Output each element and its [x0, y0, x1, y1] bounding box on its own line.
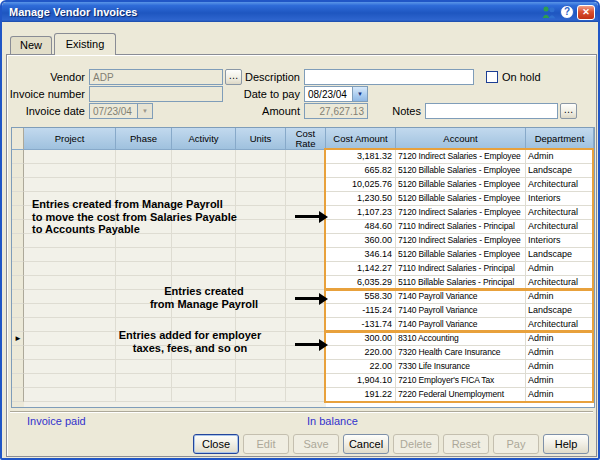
- grid-row-7[interactable]: 360.007120 Indirect Salaries - EmployeeI…: [12, 234, 594, 248]
- account-cell: 7120 Indirect Salaries - Employee: [396, 206, 526, 220]
- account-cell: 7110 Indirect Salaries - Principal: [396, 220, 526, 234]
- cost-amount-cell: -131.74: [326, 318, 396, 332]
- activity-cell: [172, 360, 236, 374]
- department-cell: Admin: [526, 374, 594, 388]
- project-cell: [24, 346, 116, 360]
- help-button[interactable]: Help: [543, 434, 589, 454]
- existing-tab-page: Vendor ADP … Description On hold Invoice…: [6, 54, 597, 457]
- units-cell: [236, 234, 286, 248]
- cost-amount-cell: 558.30: [326, 290, 396, 304]
- account-cell: 7320 Health Care Insurance: [396, 346, 526, 360]
- units-cell: [236, 178, 286, 192]
- invoice-date-label: Invoice date: [7, 105, 85, 117]
- balance-status: In balance: [307, 415, 358, 427]
- column-header-department: Department: [526, 128, 594, 150]
- column-header-account: Account: [396, 128, 526, 150]
- department-cell: Architectural: [526, 178, 594, 192]
- cost-rate-cell: [286, 178, 326, 192]
- cost-rate-cell: [286, 234, 326, 248]
- pay-button[interactable]: Pay: [493, 434, 539, 454]
- annotation-arrow-2: [295, 297, 320, 300]
- close-icon[interactable]: ✕: [577, 5, 595, 20]
- row-selector-cell: [12, 248, 24, 262]
- cancel-button[interactable]: Cancel: [343, 434, 389, 454]
- grid-row-2[interactable]: 665.825120 Billable Salaries - EmployeeL…: [12, 164, 594, 178]
- delete-button[interactable]: Delete: [393, 434, 439, 454]
- amount-label: Amount: [190, 105, 300, 117]
- grid-row-8[interactable]: 346.145120 Billable Salaries - EmployeeL…: [12, 248, 594, 262]
- phase-cell: [116, 164, 172, 178]
- project-cell: [24, 234, 116, 248]
- project-cell: [24, 262, 116, 276]
- notes-browse-button[interactable]: …: [560, 103, 577, 119]
- annotation-arrow-3: [295, 343, 320, 346]
- help-icon[interactable]: ?: [560, 5, 574, 19]
- department-cell: Admin: [526, 290, 594, 304]
- grid-row-17[interactable]: 1,904.107210 Employer's FICA TaxAdmin: [12, 374, 594, 388]
- phase-cell: [116, 234, 172, 248]
- row-selector-cell: [12, 206, 24, 220]
- invoice-date-combo: 07/23/04 ▼: [89, 103, 153, 119]
- grid-row-18[interactable]: 191.227220 Federal UnemploymentAdmin: [12, 388, 594, 402]
- department-cell: Architectural: [526, 206, 594, 220]
- column-header-phase: Phase: [116, 128, 172, 150]
- description-field[interactable]: [304, 69, 474, 85]
- cost-amount-cell: 1,904.10: [326, 374, 396, 388]
- project-cell: [24, 276, 116, 290]
- grid-row-12[interactable]: -115.247140 Payroll VarianceLandscape: [12, 304, 594, 318]
- people-icon[interactable]: [541, 5, 557, 19]
- date-to-pay-combo[interactable]: 08/23/04 ▼: [304, 86, 368, 102]
- tab-existing[interactable]: Existing: [54, 33, 116, 55]
- cost-rate-cell: [286, 262, 326, 276]
- close-button[interactable]: Close: [193, 434, 239, 454]
- grid-row-9[interactable]: 1,142.277110 Indirect Salaries - Princip…: [12, 262, 594, 276]
- grid-row-13[interactable]: -131.747140 Payroll VarianceArchitectura…: [12, 318, 594, 332]
- units-cell: [236, 164, 286, 178]
- cost-amount-cell: 22.00: [326, 360, 396, 374]
- department-cell: Architectural: [526, 276, 594, 290]
- button-row: CloseEditSaveCancelDeleteResetPayHelp: [7, 434, 596, 456]
- project-cell: [24, 164, 116, 178]
- activity-cell: [172, 234, 236, 248]
- project-cell: [24, 150, 116, 164]
- row-selector-cell: [12, 374, 24, 388]
- row-selector-cell: [12, 178, 24, 192]
- annotation-payroll-cost-move: Entries created from Manage Payroll to m…: [32, 198, 297, 236]
- cost-rate-cell: [286, 374, 326, 388]
- grid-header: ProjectPhaseActivityUnitsCost RateCost A…: [12, 128, 594, 150]
- cost-amount-cell: 300.00: [326, 332, 396, 346]
- row-selector-arrow: ►: [14, 334, 24, 343]
- activity-cell: [172, 262, 236, 276]
- account-cell: 5120 Billable Salaries - Employee: [396, 248, 526, 262]
- tab-new[interactable]: New: [10, 36, 52, 54]
- grid-row-3[interactable]: 10,025.765120 Billable Salaries - Employ…: [12, 178, 594, 192]
- title-bar[interactable]: Manage Vendor Invoices ? ✕: [2, 2, 598, 22]
- notes-label: Notes: [359, 105, 421, 117]
- cost-amount-cell: 6,035.29: [326, 276, 396, 290]
- activity-cell: [172, 150, 236, 164]
- account-cell: 7110 Indirect Salaries - Principal: [396, 262, 526, 276]
- save-button[interactable]: Save: [293, 434, 339, 454]
- invoice-grid: ProjectPhaseActivityUnitsCost RateCost A…: [11, 127, 595, 408]
- edit-button[interactable]: Edit: [243, 434, 289, 454]
- annotation-employer-taxes: Entries added for employer taxes, fees, …: [104, 329, 276, 354]
- chevron-down-icon: ▼: [137, 104, 152, 118]
- grid-row-15[interactable]: 220.007320 Health Care InsuranceAdmin: [12, 346, 594, 360]
- on-hold-checkbox[interactable]: [486, 71, 498, 83]
- chevron-down-icon[interactable]: ▼: [352, 87, 367, 101]
- phase-cell: [116, 248, 172, 262]
- grid-row-16[interactable]: 22.007330 Life InsuranceAdmin: [12, 360, 594, 374]
- row-selector-cell: [12, 290, 24, 304]
- account-cell: 7330 Life Insurance: [396, 360, 526, 374]
- cost-amount-cell: 484.60: [326, 220, 396, 234]
- grid-row-1[interactable]: 3,181.327120 Indirect Salaries - Employe…: [12, 150, 594, 164]
- reset-button[interactable]: Reset: [443, 434, 489, 454]
- column-header-cost-amount: Cost Amount: [326, 128, 396, 150]
- cost-rate-cell: [286, 276, 326, 290]
- notes-field[interactable]: [425, 103, 558, 119]
- account-cell: 5110 Billable Salaries - Principal: [396, 276, 526, 290]
- department-cell: Architectural: [526, 220, 594, 234]
- grid-corner-cell: [12, 128, 24, 150]
- grid-row-10[interactable]: 6,035.295110 Billable Salaries - Princip…: [12, 276, 594, 290]
- column-header-units: Units: [236, 128, 286, 150]
